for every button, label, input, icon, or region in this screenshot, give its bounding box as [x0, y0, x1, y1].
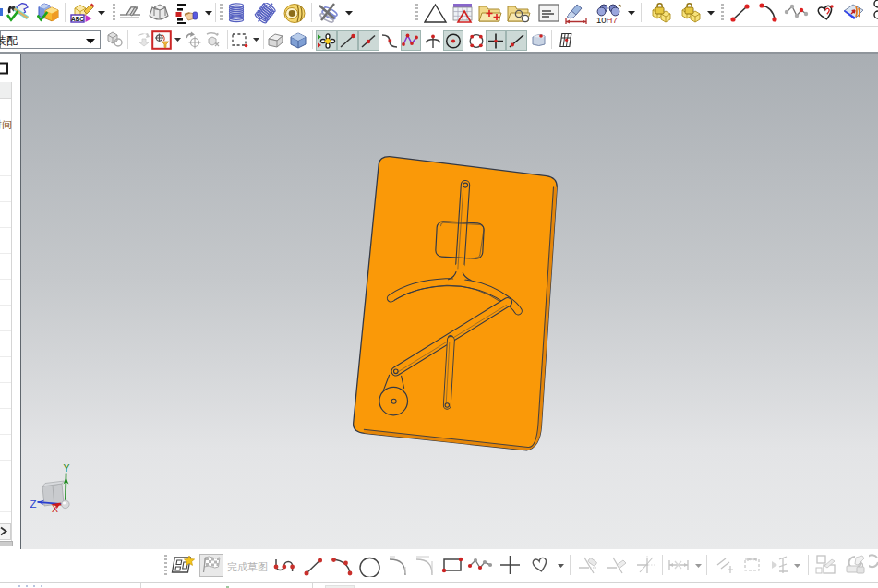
svg-text:Z: Z	[30, 498, 36, 510]
svg-text:Y: Y	[63, 462, 69, 474]
svg-text:X: X	[52, 503, 58, 514]
svg-text:ABC: ABC	[71, 16, 84, 22]
svg-text:10H7: 10H7	[596, 15, 618, 25]
